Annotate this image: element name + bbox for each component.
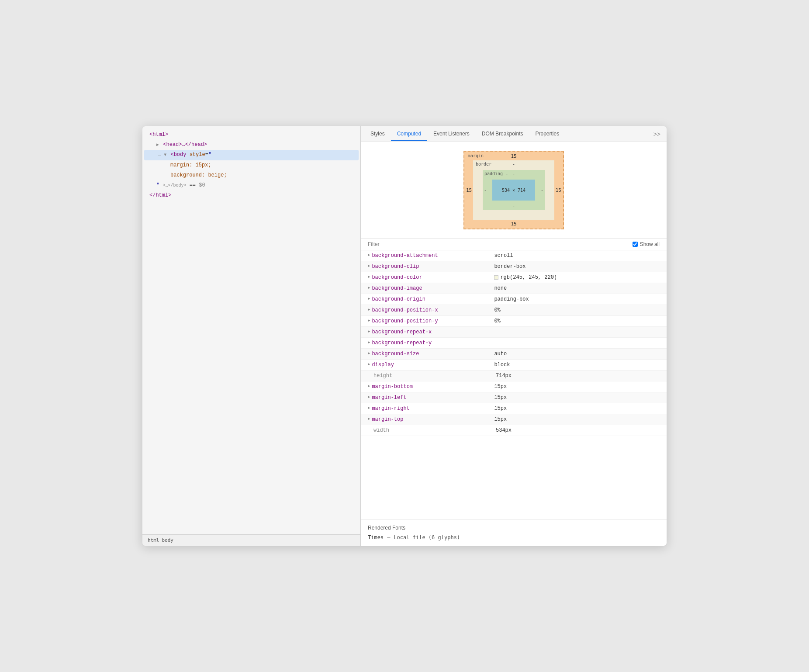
prop-row: ▶background-repeat-x <box>361 327 667 338</box>
background-prop: background: beige; <box>170 172 227 178</box>
prop-name: margin-right <box>372 405 494 412</box>
prop-triangle-icon[interactable]: ▶ <box>368 253 370 259</box>
quote-close: " <box>156 182 159 188</box>
style-value: " <box>208 152 211 158</box>
tab-computed[interactable]: Computed <box>391 127 427 141</box>
margin-bottom-val: 15 <box>511 221 516 227</box>
prop-name: background-color <box>372 274 494 281</box>
prop-value: scroll <box>494 252 513 260</box>
font-source: Local file (6 glyphs) <box>394 534 460 540</box>
prop-row: ▶background-attachmentscroll <box>361 250 667 261</box>
prop-name: background-origin <box>372 295 494 303</box>
font-dash: — <box>387 534 390 540</box>
tab-dom-breakpoints[interactable]: DOM Breakpoints <box>476 127 529 141</box>
padding-bottom-val: - <box>512 204 515 209</box>
prop-name: background-repeat-x <box>372 328 494 336</box>
prop-triangle-icon[interactable]: ▶ <box>368 384 370 390</box>
font-item: Times — Local file (6 glyphs) <box>368 534 660 540</box>
breadcrumb-body[interactable]: body <box>162 537 174 543</box>
html-close-tag: </html> <box>149 192 171 198</box>
html-tag: <html> <box>149 132 168 138</box>
show-all-checkbox[interactable] <box>633 242 638 247</box>
padding-label: padding - <box>484 171 508 176</box>
dom-panel: <html> ▶ <head>…</head> … ▼ <body style=… <box>142 126 361 546</box>
margin-label: margin <box>468 153 484 158</box>
prop-triangle-icon[interactable]: ▶ <box>368 362 370 368</box>
breadcrumb: html body <box>142 534 360 546</box>
prop-row: ▶margin-top15px <box>361 414 667 425</box>
prop-triangle-icon[interactable]: ▶ <box>368 285 370 291</box>
prop-name: margin-left <box>372 394 494 402</box>
tab-event-listeners[interactable]: Event Listeners <box>427 127 476 141</box>
prop-triangle-icon[interactable]: ▶ <box>368 263 370 270</box>
show-all-label: Show all <box>640 241 660 247</box>
content-dimensions: 534 × 714 <box>502 188 526 193</box>
prop-triangle-icon[interactable]: ▶ <box>368 274 370 281</box>
equals: == <box>190 182 199 188</box>
prop-triangle-icon[interactable]: ▶ <box>368 416 370 423</box>
dom-line-margin[interactable]: margin: 15px; <box>142 160 360 170</box>
tab-bar: Styles Computed Event Listeners DOM Brea… <box>361 126 667 142</box>
padding-right-val: - <box>541 188 543 193</box>
prop-triangle-icon[interactable]: ▶ <box>368 307 370 313</box>
prop-row: ▶margin-left15px <box>361 392 667 403</box>
show-all-wrap: Show all <box>633 241 660 247</box>
prop-triangle-icon[interactable]: ▶ <box>368 329 370 335</box>
prop-name: margin-top <box>372 416 494 423</box>
prop-triangle-icon[interactable]: ▶ <box>368 318 370 324</box>
tab-styles[interactable]: Styles <box>364 127 391 141</box>
prop-row: ▶background-repeat-y <box>361 338 667 349</box>
dom-line-html-close[interactable]: </html> <box>142 191 360 201</box>
dom-line-head[interactable]: ▶ <head>…</head> <box>142 140 360 150</box>
dom-line-html[interactable]: <html> <box>142 130 360 140</box>
prop-triangle-icon[interactable]: ▶ <box>368 395 370 401</box>
tab-properties[interactable]: Properties <box>529 127 565 141</box>
prop-name: display <box>372 361 494 369</box>
prop-row: ▶displayblock <box>361 360 667 371</box>
filter-label: Filter <box>368 241 633 247</box>
margin-right-val: 15 <box>556 187 561 193</box>
box-model: margin 15 15 15 15 border - padding - <box>463 151 564 229</box>
padding-left-val: - <box>484 188 487 193</box>
dollar-zero: $0 <box>199 182 205 188</box>
tab-more-icon[interactable]: >> <box>651 129 663 139</box>
color-swatch[interactable] <box>494 275 498 280</box>
style-attr: style <box>190 152 205 158</box>
prop-value: 0% <box>494 306 500 314</box>
props-list: ▶background-attachmentscroll▶background-… <box>361 250 667 519</box>
dom-line-body[interactable]: … ▼ <body style=" <box>144 150 359 160</box>
body-open-tag: <body <box>170 152 186 158</box>
triangle-icon: ▶ <box>156 142 159 147</box>
prop-value: 714px <box>496 372 512 380</box>
prop-name: background-position-y <box>372 317 494 325</box>
prop-value: 534px <box>496 426 512 434</box>
prop-value: auto <box>494 350 507 358</box>
breadcrumb-html[interactable]: html <box>148 537 159 543</box>
computed-panel: Styles Computed Event Listeners DOM Brea… <box>361 126 667 546</box>
prop-value: 15px <box>494 416 507 423</box>
prop-triangle-icon[interactable]: ▶ <box>368 296 370 302</box>
filter-row: Filter Show all <box>361 239 667 250</box>
prop-value: none <box>494 284 507 292</box>
prop-triangle-icon[interactable]: ▶ <box>368 405 370 412</box>
margin-left-val: 15 <box>466 187 472 193</box>
dom-line-body-close[interactable]: " >…</body> == $0 <box>142 180 360 191</box>
prop-triangle-icon[interactable]: ▶ <box>368 351 370 357</box>
prop-row: ▶margin-bottom15px <box>361 381 667 392</box>
prop-value: 0% <box>494 317 500 325</box>
prop-row: ▶background-originpadding-box <box>361 294 667 305</box>
dom-line-background[interactable]: background: beige; <box>142 170 360 180</box>
prop-row: ▶background-imagenone <box>361 283 667 294</box>
border-val: - <box>512 162 515 166</box>
prop-name: background-attachment <box>372 252 494 260</box>
content-box: 534 × 714 <box>492 180 535 201</box>
prop-value: 15px <box>494 394 507 402</box>
prop-row: ▶background-position-x0% <box>361 305 667 316</box>
prop-row: ▶background-clipborder-box <box>361 261 667 272</box>
prop-value: block <box>494 361 510 369</box>
head-tag: <head>…</head> <box>163 142 207 148</box>
prop-triangle-icon[interactable]: ▶ <box>368 340 370 346</box>
prop-row: ▶background-sizeauto <box>361 349 667 360</box>
font-name: Times <box>368 534 384 540</box>
prop-value: padding-box <box>494 295 529 303</box>
